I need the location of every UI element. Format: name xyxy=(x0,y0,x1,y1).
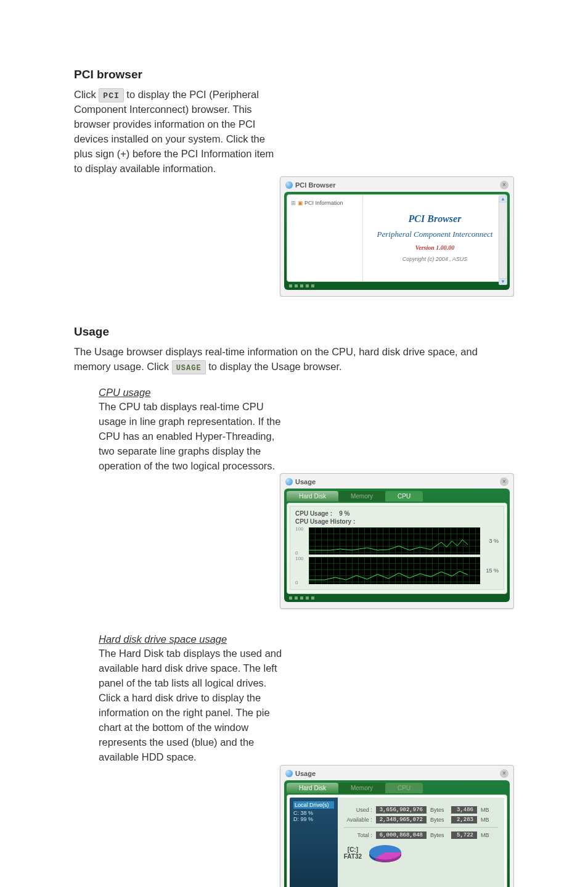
folder-icon: ▣ xyxy=(298,200,303,206)
hdd-row-total: Total : 6,000,868,048 Bytes 5,722 MB xyxy=(344,831,498,839)
pci-window-title: PCI Browser xyxy=(285,181,335,189)
cpu-pct-b: 15 % xyxy=(486,567,499,574)
cpu-spark-b xyxy=(309,568,468,580)
hdd-pie-wrap: [C:] FAT32 xyxy=(344,841,498,865)
hdd-avail-label: Available : xyxy=(344,817,372,823)
hdd-drive-label-2: FAT32 xyxy=(344,853,362,860)
hdd-avail-mb: 2,283 xyxy=(451,816,477,823)
hdd-paragraph: The Hard Disk tab displays the used and … xyxy=(99,646,284,764)
pci-panel-sub: Peripheral Component Interconnect xyxy=(377,229,493,239)
usage-button-label: USAGE xyxy=(176,364,202,373)
cpu-panel-inner: CPU Usage : 9 % CPU Usage History : 100 … xyxy=(290,506,504,590)
pci-text-block: PCI browser Click PCI to display the PCI… xyxy=(74,68,284,176)
cpu-window-frame: Hard Disk Memory CPU CPU Usage : 9 % xyxy=(284,489,510,602)
cpu-usage-label: CPU Usage : xyxy=(295,510,332,517)
pci-window-titlebar: PCI Browser × xyxy=(284,179,510,192)
usage-intro-after: to display the Usage browser. xyxy=(208,361,341,372)
cpu-history-label: CPU Usage History : xyxy=(295,518,499,525)
hdd-unit-mb-3: MB xyxy=(481,832,498,838)
pci-para-before: Click xyxy=(74,89,99,100)
cpu-screenshot: Usage × Hard Disk Memory CPU xyxy=(280,473,514,609)
close-icon[interactable]: × xyxy=(500,181,508,189)
cpu-scale-top-a: 100 xyxy=(295,526,306,532)
hdd-total-mb: 5,722 xyxy=(451,831,477,839)
window-resize-grip xyxy=(287,282,507,287)
pci-tree-label: PCI Information xyxy=(304,200,343,206)
tab-hard-disk[interactable]: Hard Disk xyxy=(287,783,338,793)
cpu-chart-a xyxy=(309,527,480,555)
pie-chart-icon xyxy=(367,841,404,865)
hdd-row-avail: Available : 2,348,965,072 Bytes 2,283 MB xyxy=(344,816,498,823)
hdd-window-title: Usage xyxy=(285,770,316,777)
cpu-window: Usage × Hard Disk Memory CPU xyxy=(280,473,514,609)
hdd-drive-label-1: [C:] xyxy=(344,846,362,853)
tab-cpu[interactable]: CPU xyxy=(385,783,423,793)
hdd-avail-bytes: 2,348,965,072 xyxy=(376,816,427,823)
usage-intro: The Usage browser displays real-time inf… xyxy=(74,345,514,374)
hdd-used-label: Used : xyxy=(344,807,372,813)
hdd-total-bytes: 6,000,868,048 xyxy=(376,831,427,839)
cpu-text-block: CPU usage The CPU tab displays real-time… xyxy=(99,387,284,474)
pci-window: PCI Browser × ▣ PCI Information PCI xyxy=(280,176,514,297)
section-pci: PCI browser Click PCI to display the PCI… xyxy=(74,68,514,297)
hdd-drive-list: Local Drive(s) C: 38 % D: 99 % xyxy=(290,798,338,887)
pci-panel-title: PCI Browser xyxy=(409,213,462,225)
hdd-subhead: Hard disk drive space usage xyxy=(99,633,284,645)
hdd-panel: Local Drive(s) C: 38 % D: 99 % Used : 3,… xyxy=(287,794,507,887)
pci-window-frame: ▣ PCI Information PCI Browser Peripheral… xyxy=(284,192,510,290)
tab-cpu[interactable]: CPU xyxy=(385,491,423,501)
pci-paragraph: Click PCI to display the PCI (Peripheral… xyxy=(74,88,284,176)
pci-window-title-text: PCI Browser xyxy=(295,181,335,189)
tab-memory[interactable]: Memory xyxy=(338,783,385,793)
pci-panel-version: Version 1.00.00 xyxy=(415,244,455,251)
hdd-unit-mb-2: MB xyxy=(481,817,498,823)
hdd-drive-root[interactable]: Local Drive(s) xyxy=(293,801,334,809)
hdd-screenshot: Usage × Hard Disk Memory CPU Local Drive… xyxy=(280,765,514,887)
pci-tree-node[interactable]: ▣ PCI Information xyxy=(291,200,343,206)
hdd-row-used: Used : 3,656,902,976 Bytes 3,486 MB xyxy=(344,806,498,814)
cpu-window-title-text: Usage xyxy=(295,478,316,485)
cpu-chart-b-row: 100 0 xyxy=(295,556,499,585)
hdd-window-title-text: Usage xyxy=(295,770,316,777)
cpu-window-titlebar: Usage × xyxy=(284,476,510,489)
cpu-paragraph: The CPU tab displays real-time CPU usage… xyxy=(99,400,284,474)
tab-hard-disk[interactable]: Hard Disk xyxy=(287,491,338,501)
usage-heading: Usage xyxy=(74,325,514,339)
close-icon[interactable]: × xyxy=(500,769,508,778)
hdd-window-frame: Hard Disk Memory CPU Local Drive(s) C: 3… xyxy=(284,780,510,887)
hdd-drive-label: [C:] FAT32 xyxy=(344,846,362,860)
pci-button-label: PCI xyxy=(103,91,119,101)
scroll-down-icon[interactable]: ▼ xyxy=(499,278,507,284)
pci-window-inner: ▣ PCI Information PCI Browser Peripheral… xyxy=(287,194,507,282)
usage-button-chip[interactable]: USAGE xyxy=(172,360,206,374)
hdd-window-titlebar: Usage × xyxy=(284,768,510,780)
close-icon[interactable]: × xyxy=(500,477,508,486)
page: PCI browser Click PCI to display the PCI… xyxy=(0,0,588,887)
scroll-up-icon[interactable]: ▲ xyxy=(499,196,507,202)
globe-icon xyxy=(285,181,293,189)
hdd-unit-bytes-3: Bytes xyxy=(430,832,447,838)
hdd-drive-c[interactable]: C: 38 % xyxy=(293,810,334,816)
scrollbar[interactable]: ▲ ▼ xyxy=(499,196,507,285)
cpu-spark-a xyxy=(309,538,468,551)
cpu-chart-b xyxy=(309,557,480,584)
subsection-hdd: Hard disk drive space usage The Hard Dis… xyxy=(74,633,514,887)
cpu-usage-value: 9 % xyxy=(339,510,349,517)
pci-heading: PCI browser xyxy=(74,68,284,81)
hdd-drive-d[interactable]: D: 99 % xyxy=(293,816,334,822)
cpu-pct-a: 3 % xyxy=(489,538,499,544)
cpu-tabs: Hard Disk Memory CPU xyxy=(287,491,507,501)
pci-panel-copyright: Copyright (c) 2004 , ASUS xyxy=(402,256,468,262)
pci-info-panel: PCI Browser Peripheral Component Interco… xyxy=(363,195,507,281)
cpu-chart-a-row: 100 0 xyxy=(295,526,499,556)
hdd-window: Usage × Hard Disk Memory CPU Local Drive… xyxy=(280,765,514,887)
hdd-unit-mb-1: MB xyxy=(481,807,498,813)
pci-button-chip[interactable]: PCI xyxy=(99,88,123,102)
globe-icon xyxy=(285,478,293,485)
hdd-used-bytes: 3,656,902,976 xyxy=(376,806,427,814)
cpu-scale-bot-a: 0 xyxy=(295,550,306,556)
tab-memory[interactable]: Memory xyxy=(338,491,385,501)
cpu-subhead: CPU usage xyxy=(99,387,284,398)
hdd-tabs: Hard Disk Memory CPU xyxy=(287,783,507,793)
cpu-scale-top-b: 100 xyxy=(295,556,306,561)
